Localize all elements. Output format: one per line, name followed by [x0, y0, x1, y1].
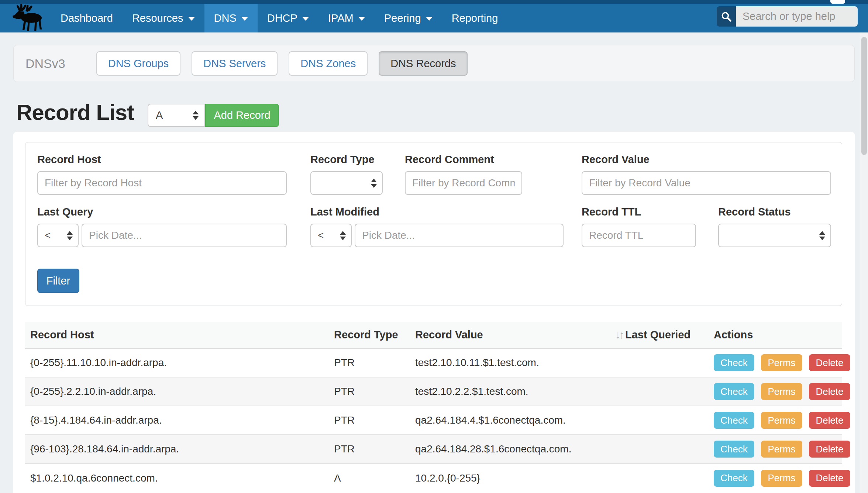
- nav-item-dhcp[interactable]: DHCP: [258, 4, 318, 32]
- top-navbar: Dashboard Resources DNS DHCP IPAM Peerin…: [0, 0, 868, 32]
- col-record-value: Record Value: [410, 322, 610, 348]
- check-button[interactable]: Check: [714, 441, 754, 458]
- actions-cell: Check Perms Delete: [709, 348, 842, 377]
- delete-button[interactable]: Delete: [809, 383, 850, 400]
- perms-button[interactable]: Perms: [761, 412, 802, 429]
- nav-item-dashboard[interactable]: Dashboard: [51, 4, 123, 32]
- record-value-label: Record Value: [582, 154, 650, 166]
- select-stepper-icon: [819, 231, 825, 240]
- select-stepper-icon: [340, 231, 346, 240]
- nav-item-ipam[interactable]: IPAM: [318, 4, 375, 32]
- moose-logo-icon[interactable]: [10, 3, 48, 32]
- nav-item-resources[interactable]: Resources: [123, 4, 204, 32]
- add-record-button[interactable]: Add Record: [205, 104, 279, 127]
- col-record-host: Record Host: [25, 322, 329, 348]
- tab-dns-servers[interactable]: DNS Servers: [192, 51, 278, 76]
- perms-button[interactable]: Perms: [761, 354, 802, 371]
- actions-cell: Check Perms Delete: [709, 406, 842, 435]
- check-button[interactable]: Check: [714, 470, 754, 487]
- delete-button[interactable]: Delete: [809, 470, 850, 487]
- nav-item-label: Resources: [132, 12, 183, 24]
- nav-item-label: DNS: [214, 12, 237, 24]
- scrollbar-thumb[interactable]: [861, 37, 867, 155]
- col-record-type: Record Type: [329, 322, 410, 348]
- last-query-date-input[interactable]: [82, 224, 287, 247]
- record-value-cell: qa2.64.184.4.$1.6conectqa.com.: [410, 406, 610, 435]
- record-comment-filter-input[interactable]: [405, 171, 522, 195]
- table-header-row: Record Host Record Type Record Value ↓↑L…: [25, 322, 842, 348]
- record-host-cell: {8-15}.4.184.64.in-addr.arpa.: [25, 406, 329, 435]
- actions-cell: Check Perms Delete: [709, 463, 842, 492]
- chevron-down-icon: [188, 17, 195, 21]
- select-stepper-icon: [371, 179, 377, 188]
- nav-item-dns[interactable]: DNS: [204, 4, 258, 32]
- nav-item-label: Reporting: [452, 12, 498, 24]
- last-queried-cell: [610, 406, 709, 435]
- record-type-cell: A: [329, 463, 410, 492]
- tab-dns-zones[interactable]: DNS Zones: [289, 51, 368, 76]
- last-queried-cell: [610, 348, 709, 377]
- page-scrollbar[interactable]: [860, 32, 868, 493]
- table-row: {96-103}.28.184.64.in-addr.arpa. PTR qa2…: [25, 435, 842, 463]
- last-query-operator-value: <: [45, 230, 51, 241]
- subnav-tabs: DNS GroupsDNS ServersDNS ZonesDNS Record…: [96, 51, 468, 76]
- record-value-filter-input[interactable]: [582, 171, 831, 195]
- last-query-operator-select[interactable]: <: [37, 224, 79, 247]
- nav-item-reporting[interactable]: Reporting: [442, 4, 508, 32]
- chevron-down-icon: [358, 17, 365, 21]
- record-ttl-filter-input[interactable]: [582, 224, 696, 247]
- perms-button[interactable]: Perms: [761, 383, 802, 400]
- record-host-cell: {0-255}.2.2.10.in-addr.arpa.: [25, 377, 329, 406]
- record-type-add-select[interactable]: A: [148, 104, 205, 127]
- nav-item-label: Peering: [384, 12, 421, 24]
- records-table: Record Host Record Type Record Value ↓↑L…: [25, 322, 842, 492]
- col-actions: Actions: [709, 322, 842, 348]
- last-modified-operator-select[interactable]: <: [310, 224, 352, 247]
- search-icon[interactable]: [717, 6, 736, 27]
- search-input[interactable]: [736, 6, 858, 27]
- delete-button[interactable]: Delete: [809, 354, 850, 371]
- record-status-label: Record Status: [718, 206, 791, 218]
- chevron-down-icon: [426, 17, 433, 21]
- filter-card: Record Host Record Type Record Comment R…: [25, 142, 842, 306]
- nav-item-label: IPAM: [328, 12, 354, 24]
- check-button[interactable]: Check: [714, 383, 754, 400]
- record-comment-label: Record Comment: [405, 154, 494, 166]
- last-modified-label: Last Modified: [310, 206, 379, 218]
- nav-item-peering[interactable]: Peering: [375, 4, 442, 32]
- tab-dns-records[interactable]: DNS Records: [379, 51, 468, 76]
- check-button[interactable]: Check: [714, 354, 754, 371]
- record-host-cell: {0-255}.11.10.10.in-addr.arpa.: [25, 348, 329, 377]
- last-queried-cell: [610, 377, 709, 406]
- table-row: $1.0.2.10.qa.6connect.com. A 10.2.0.{0-2…: [25, 463, 842, 492]
- record-type-cell: PTR: [329, 348, 410, 377]
- last-queried-cell: [610, 463, 709, 492]
- delete-button[interactable]: Delete: [809, 441, 850, 458]
- record-value-cell: test2.10.10.11.$1.test.com.: [410, 348, 610, 377]
- record-ttl-label: Record TTL: [582, 206, 641, 218]
- perms-button[interactable]: Perms: [761, 441, 802, 458]
- last-modified-operator-value: <: [318, 230, 324, 241]
- record-host-cell: {96-103}.28.184.64.in-addr.arpa.: [25, 435, 329, 463]
- record-host-cell: $1.0.2.10.qa.6connect.com.: [25, 463, 329, 492]
- select-stepper-icon: [67, 231, 73, 240]
- nav-menu: Dashboard Resources DNS DHCP IPAM Peerin…: [51, 4, 507, 32]
- tab-dns-groups[interactable]: DNS Groups: [96, 51, 180, 76]
- sort-icon[interactable]: ↓↑: [615, 329, 623, 341]
- table-row: {0-255}.2.2.10.in-addr.arpa. PTR test2.1…: [25, 377, 842, 406]
- record-value-cell: test2.10.2.2.$1.test.com.: [410, 377, 610, 406]
- last-queried-cell: [610, 435, 709, 463]
- chevron-down-icon: [241, 17, 248, 21]
- col-last-queried[interactable]: ↓↑Last Queried: [610, 322, 709, 348]
- delete-button[interactable]: Delete: [809, 412, 850, 429]
- check-button[interactable]: Check: [714, 412, 754, 429]
- filter-button[interactable]: Filter: [37, 269, 79, 293]
- actions-cell: Check Perms Delete: [709, 377, 842, 406]
- perms-button[interactable]: Perms: [761, 470, 802, 487]
- record-status-filter-select[interactable]: [718, 224, 831, 247]
- record-host-filter-input[interactable]: [37, 171, 287, 195]
- record-value-cell: qa2.64.184.28.$1.6conectqa.com.: [410, 435, 610, 463]
- record-type-cell: PTR: [329, 406, 410, 435]
- last-modified-date-input[interactable]: [355, 224, 564, 247]
- record-type-filter-select[interactable]: [310, 171, 383, 195]
